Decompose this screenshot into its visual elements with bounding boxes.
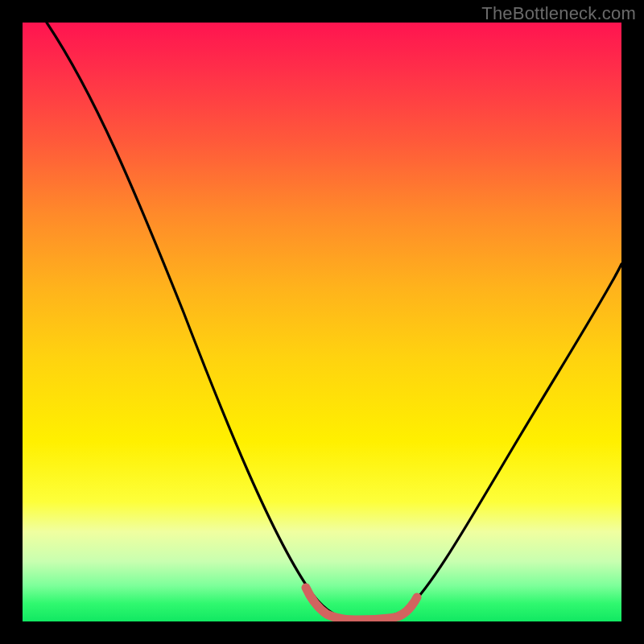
plot-area — [23, 23, 621, 621]
watermark-text: TheBottleneck.com — [481, 3, 636, 24]
bottleneck-curve — [47, 23, 621, 618]
curve-layer — [23, 23, 621, 621]
chart-frame: TheBottleneck.com — [0, 0, 644, 644]
